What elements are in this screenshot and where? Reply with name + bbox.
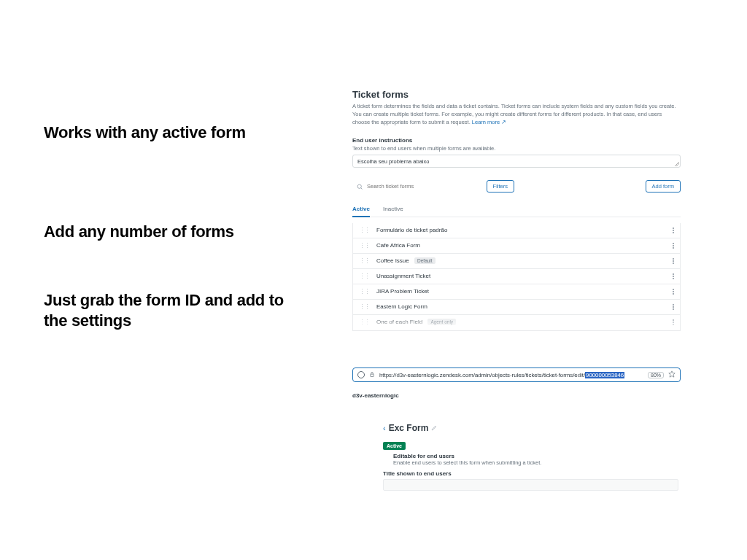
url-form-id: 900000053846 <box>585 372 624 378</box>
page-description-text: A ticket form determines the fields and … <box>352 103 676 125</box>
page-title: Ticket forms <box>352 89 681 100</box>
row-overflow-menu-icon[interactable] <box>673 289 674 295</box>
form-name: One of each Field Agent only <box>376 319 673 325</box>
page-description: A ticket form determines the fields and … <box>352 103 681 127</box>
back-chevron-icon[interactable]: ‹ <box>383 424 386 432</box>
editable-label: Editable for end users <box>393 453 678 459</box>
form-name: Eastern Logic Form <box>376 303 673 310</box>
tabs: Active Inactive <box>352 203 681 217</box>
search-wrap <box>352 178 481 195</box>
svg-point-0 <box>357 184 361 188</box>
svg-marker-3 <box>669 371 675 377</box>
svg-line-1 <box>361 187 363 189</box>
form-row[interactable]: ⋮⋮ Coffee Issue Default <box>353 254 680 269</box>
form-name: Unassignment Ticket <box>376 273 673 279</box>
browser-url-bar[interactable]: https://d3v-easternlogic.zendesk.com/adm… <box>352 368 681 382</box>
url-text: https://d3v-easternlogic.zendesk.com/adm… <box>379 372 643 378</box>
row-overflow-menu-icon[interactable] <box>673 243 674 249</box>
drag-handle-icon[interactable]: ⋮⋮ <box>359 273 369 280</box>
search-icon <box>357 180 363 193</box>
annotation-works-any-form: Works with any active form <box>44 122 246 143</box>
url-section: https://d3v-easternlogic.zendesk.com/adm… <box>352 368 681 399</box>
status-badge: Active <box>383 442 406 450</box>
shield-icon <box>357 371 365 378</box>
lock-icon <box>369 371 375 379</box>
end-user-instructions-field[interactable]: Escolha seu problema abaixo <box>352 155 681 168</box>
bookmark-star-icon[interactable] <box>668 370 676 379</box>
zoom-level[interactable]: 80% <box>648 372 664 378</box>
form-row[interactable]: ⋮⋮ Unassignment Ticket <box>353 269 680 284</box>
form-name: Formulário de ticket padrão <box>376 227 673 233</box>
form-row[interactable]: ⋮⋮ One of each Field Agent only <box>353 315 680 330</box>
learn-more-link[interactable]: Learn more ↗ <box>472 119 506 125</box>
drag-handle-icon[interactable]: ⋮⋮ <box>359 288 369 295</box>
drag-handle-icon[interactable]: ⋮⋮ <box>359 319 369 326</box>
svg-rect-2 <box>371 374 374 376</box>
form-name-text: One of each Field <box>376 319 422 325</box>
row-overflow-menu-icon[interactable] <box>673 273 674 279</box>
form-name: Coffee Issue Default <box>376 257 673 264</box>
forms-toolbar: Filters Add form <box>352 178 681 195</box>
editable-sub: Enable end users to select this form whe… <box>393 459 678 466</box>
form-row[interactable]: ⋮⋮ Cafe Africa Form <box>353 238 680 254</box>
row-overflow-menu-icon[interactable] <box>673 319 674 325</box>
filters-button[interactable]: Filters <box>487 180 514 192</box>
annotation-grab-form-id: Just grab the form ID and add to the set… <box>44 290 285 330</box>
form-detail-name: Exc Form <box>389 423 429 433</box>
form-name: Cafe Africa Form <box>376 242 673 249</box>
ticket-forms-panel: Ticket forms A ticket form determines th… <box>352 89 681 331</box>
search-input[interactable] <box>367 183 476 190</box>
add-form-button[interactable]: Add form <box>646 180 681 192</box>
drag-handle-icon[interactable]: ⋮⋮ <box>359 227 369 234</box>
drag-handle-icon[interactable]: ⋮⋮ <box>359 242 369 249</box>
end-user-instructions-label: End user instructions <box>352 137 681 144</box>
end-user-instructions-sub: Text shown to end users when multiple fo… <box>352 145 681 152</box>
row-overflow-menu-icon[interactable] <box>673 228 674 233</box>
form-detail-header: ‹ Exc Form <box>383 423 678 433</box>
form-detail-panel: ‹ Exc Form Active Editable for end users… <box>383 423 678 491</box>
annotation-any-number-forms: Add any number of forms <box>44 222 234 242</box>
drag-handle-icon[interactable]: ⋮⋮ <box>359 257 369 265</box>
form-row[interactable]: ⋮⋮ Eastern Logic Form <box>353 300 680 315</box>
title-input[interactable] <box>383 479 678 491</box>
title-label: Title shown to end users <box>383 470 678 477</box>
form-name-text: Coffee Issue <box>376 257 409 264</box>
form-name: JIRA Problem Ticket <box>376 288 673 295</box>
drag-handle-icon[interactable]: ⋮⋮ <box>359 303 369 311</box>
edit-pencil-icon[interactable] <box>431 423 438 433</box>
default-badge: Default <box>414 257 436 264</box>
agent-only-badge: Agent only <box>427 319 456 325</box>
row-overflow-menu-icon[interactable] <box>673 258 674 264</box>
row-overflow-menu-icon[interactable] <box>673 304 674 310</box>
form-row[interactable]: ⋮⋮ Formulário de ticket padrão <box>353 223 680 238</box>
tab-active[interactable]: Active <box>352 203 370 217</box>
forms-list: ⋮⋮ Formulário de ticket padrão ⋮⋮ Cafe A… <box>352 223 681 331</box>
form-row[interactable]: ⋮⋮ JIRA Problem Ticket <box>353 284 680 300</box>
url-prefix: https://d3v-easternlogic.zendesk.com/adm… <box>379 372 585 378</box>
tab-inactive[interactable]: Inactive <box>383 203 403 217</box>
subdomain-label: d3v-easternlogic <box>352 392 681 399</box>
